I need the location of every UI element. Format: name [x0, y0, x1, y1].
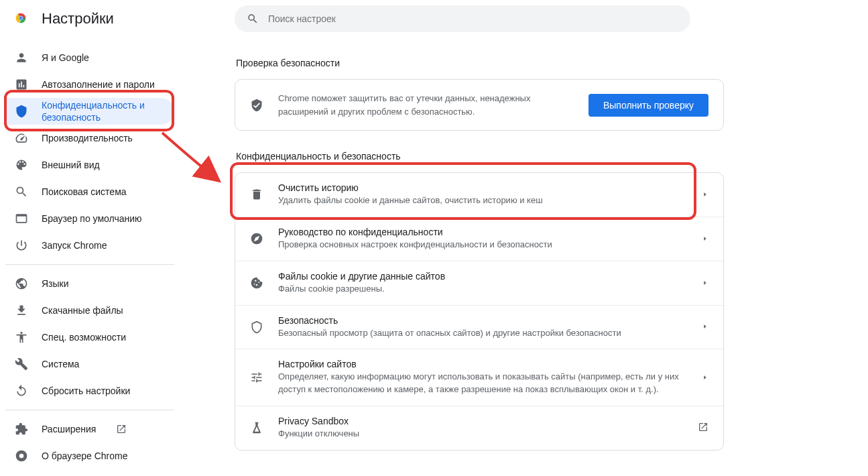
- sidebar-item-languages[interactable]: Языки: [5, 270, 174, 297]
- open-in-new-icon: [698, 422, 708, 434]
- privacy-row-site-settings[interactable]: Настройки сайтов Определяет, какую инфор…: [235, 349, 723, 406]
- power-icon: [15, 239, 28, 252]
- row-title: Настройки сайтов: [278, 359, 687, 369]
- sidebar-item-performance[interactable]: Производительность: [5, 125, 174, 152]
- open-in-new-icon: [116, 424, 127, 434]
- run-safety-check-button[interactable]: Выполнить проверку: [588, 94, 708, 117]
- privacy-row-clear-browsing-data[interactable]: Очистить историю Удалить файлы cookie и …: [235, 173, 723, 217]
- sidebar-item-label: Конфиденциальность и безопасность: [42, 99, 169, 123]
- safety-text: Chrome поможет защитить вас от утечки да…: [278, 92, 574, 118]
- row-title: Руководство по конфиденциальности: [278, 227, 687, 237]
- tune-icon: [250, 371, 263, 384]
- privacy-row-privacy-sandbox[interactable]: Privacy Sandbox Функции отключены: [235, 406, 723, 450]
- flask-icon: [250, 421, 263, 434]
- row-title: Безопасность: [278, 315, 687, 326]
- sidebar-item-label: Я и Google: [42, 52, 89, 64]
- search-engine-icon: [15, 185, 28, 198]
- wrench-icon: [15, 357, 28, 371]
- sidebar-item-label: Расширения: [42, 423, 96, 435]
- trash-icon: [250, 188, 263, 201]
- sidebar-item-label: Скачанные файлы: [42, 304, 123, 316]
- privacy-row-privacy-guide[interactable]: Руководство по конфиденциальности Провер…: [235, 217, 723, 261]
- search-input[interactable]: [268, 13, 678, 24]
- chevron-right-icon: [702, 278, 708, 288]
- extension-icon: [15, 422, 28, 436]
- sidebar-item-default-browser[interactable]: Браузер по умолчанию: [5, 205, 174, 232]
- sidebar-item-label: Поисковая система: [42, 186, 127, 198]
- speed-icon: [15, 131, 28, 145]
- compass-icon: [250, 232, 263, 245]
- globe-icon: [15, 277, 28, 290]
- sidebar-item-accessibility[interactable]: Спец. возможности: [5, 324, 174, 351]
- about-chrome-icon: [15, 449, 28, 463]
- download-icon: [15, 304, 28, 317]
- autofill-icon: [15, 78, 28, 91]
- chrome-logo-icon: [13, 11, 28, 27]
- row-desc: Файлы cookie разрешены.: [278, 283, 687, 296]
- sidebar-item-label: Производительность: [42, 132, 133, 144]
- person-icon: [15, 51, 28, 64]
- sidebar-item-reset[interactable]: Сбросить настройки: [5, 377, 174, 404]
- sidebar-item-label: Запуск Chrome: [42, 239, 107, 251]
- reset-icon: [15, 384, 28, 398]
- privacy-card: Очистить историю Удалить файлы cookie и …: [235, 172, 724, 451]
- sidebar-item-downloads[interactable]: Скачанные файлы: [5, 297, 174, 324]
- safety-card: Chrome поможет защитить вас от утечки да…: [235, 79, 724, 131]
- cookie-icon: [250, 276, 263, 290]
- sidebar-item-privacy-security[interactable]: Конфиденциальность и безопасность: [5, 98, 174, 125]
- sidebar-item-label: Автозаполнение и пароли: [42, 78, 155, 91]
- sidebar-item-system[interactable]: Система: [5, 351, 174, 377]
- shield-outline-icon: [250, 320, 263, 334]
- privacy-row-security[interactable]: Безопасность Безопасный просмотр (защита…: [235, 305, 723, 349]
- privacy-row-cookies[interactable]: Файлы cookie и другие данные сайтов Файл…: [235, 261, 723, 305]
- row-desc: Проверка основных настроек конфиденциаль…: [278, 239, 687, 251]
- divider: [5, 264, 174, 265]
- sidebar-item-search-engine[interactable]: Поисковая система: [5, 178, 174, 205]
- sidebar-item-extensions[interactable]: Расширения: [5, 416, 174, 442]
- svg-point-3: [19, 16, 23, 19]
- accessibility-icon: [15, 331, 28, 344]
- row-desc: Безопасный просмотр (защита от опасных с…: [278, 327, 687, 340]
- sidebar-item-appearance[interactable]: Внешний вид: [5, 152, 174, 178]
- privacy-heading: Конфиденциальность и безопасность: [236, 151, 724, 162]
- chevron-right-icon: [702, 322, 708, 332]
- sidebar-item-label: О браузере Chrome: [42, 450, 128, 462]
- sidebar-item-label: Языки: [42, 278, 69, 290]
- shield-icon: [15, 105, 28, 118]
- chevron-right-icon: [702, 373, 708, 383]
- chevron-right-icon: [702, 234, 708, 244]
- row-desc: Определяет, какую информацию могут испол…: [278, 371, 687, 396]
- sidebar-item-about-chrome[interactable]: О браузере Chrome: [5, 442, 174, 469]
- search-icon: [247, 13, 259, 25]
- svg-point-5: [19, 454, 24, 459]
- page-title: Настройки: [42, 10, 114, 27]
- sidebar-item-startup[interactable]: Запуск Chrome: [5, 232, 174, 259]
- sidebar-item-label: Система: [42, 358, 79, 370]
- sidebar-item-autofill[interactable]: Автозаполнение и пароли: [5, 71, 174, 98]
- shield-check-icon: [250, 99, 263, 112]
- row-desc: Удалить файлы cookie и данные сайтов, оч…: [278, 194, 687, 207]
- sidebar: Я и Google Автозаполнение и пароли Конфи…: [0, 38, 174, 476]
- divider: [5, 410, 174, 410]
- row-desc: Функции отключены: [278, 428, 683, 440]
- row-title: Файлы cookie и другие данные сайтов: [278, 271, 687, 282]
- row-title: Очистить историю: [278, 182, 687, 193]
- chevron-right-icon: [702, 190, 708, 200]
- palette-icon: [15, 158, 28, 172]
- sidebar-item-label: Сбросить настройки: [42, 385, 130, 397]
- row-title: Privacy Sandbox: [278, 416, 683, 426]
- sidebar-item-label: Внешний вид: [42, 159, 100, 171]
- search-box[interactable]: [235, 5, 690, 32]
- sidebar-item-label: Браузер по умолчанию: [42, 213, 142, 225]
- sidebar-item-label: Спец. возможности: [42, 331, 126, 343]
- sidebar-item-you-and-google[interactable]: Я и Google: [5, 44, 174, 71]
- safety-heading: Проверка безопасности: [236, 58, 724, 68]
- browser-icon: [15, 212, 28, 225]
